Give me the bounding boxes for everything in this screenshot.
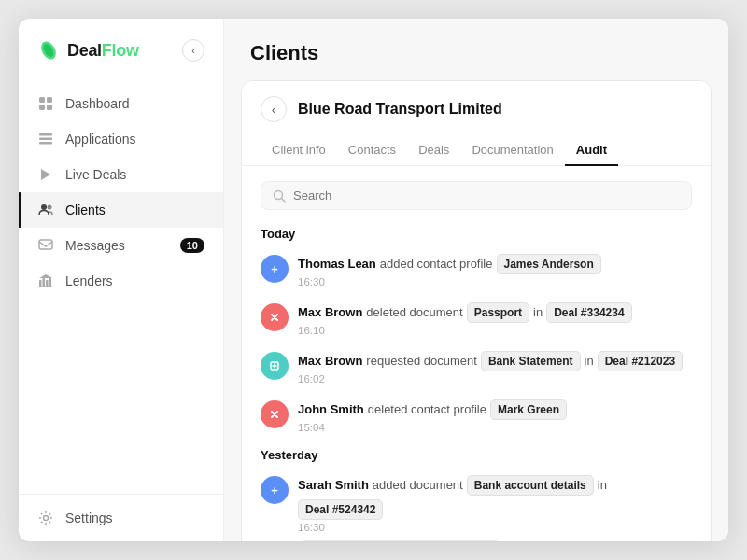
audit-item-body: John Smith deleted contact profile Mark … (298, 399, 692, 433)
lenders-icon (37, 273, 54, 289)
avatar (261, 303, 289, 331)
audit-tag: Bank Statement (481, 351, 581, 371)
svg-rect-12 (39, 240, 52, 249)
sidebar-item-applications[interactable]: Applications (19, 121, 223, 157)
settings-label: Settings (65, 511, 113, 525)
dashboard-icon (37, 95, 54, 112)
svg-rect-13 (39, 280, 42, 287)
audit-in: in (598, 476, 607, 495)
svg-rect-8 (39, 142, 52, 145)
audit-item-body: Max Brown requested document Bank Statem… (298, 351, 692, 385)
sidebar-collapse-button[interactable]: ‹ (182, 39, 204, 62)
sidebar-item-messages-label: Messages (65, 238, 125, 253)
audit-action: requested document (366, 352, 477, 371)
page-title: Clients (250, 41, 702, 65)
search-icon (273, 189, 286, 203)
audit-text: Max Brown requested document Bank Statem… (298, 351, 692, 371)
sidebar-item-clients-label: Clients (65, 203, 106, 217)
svg-rect-17 (39, 287, 52, 287)
app-window: DealFlow ‹ Dashboard Applications (19, 19, 728, 541)
svg-rect-16 (49, 277, 52, 287)
sidebar-item-applications-label: Applications (65, 132, 136, 147)
audit-time: 16:30 (298, 522, 692, 533)
sidebar-item-live-deals[interactable]: Live Deals (19, 157, 223, 192)
audit-user: John Smith (298, 400, 364, 419)
audit-item-body: Max Brown deleted document Passport in D… (298, 302, 692, 336)
audit-tag: Passport (467, 302, 529, 323)
main-content: Clients ‹ Blue Road Transport Limited Cl… (224, 19, 728, 541)
svg-rect-7 (39, 138, 52, 141)
sidebar-item-lenders[interactable]: Lenders (19, 263, 223, 299)
svg-rect-15 (46, 280, 49, 287)
tab-audit[interactable]: Audit (565, 135, 618, 166)
audit-user: Max Brown (298, 303, 362, 322)
sidebar: DealFlow ‹ Dashboard Applications (19, 19, 224, 541)
audit-time: 16:30 (298, 276, 692, 287)
audit-in: in (585, 352, 594, 371)
svg-rect-3 (47, 97, 52, 103)
audit-action: added document (373, 476, 463, 495)
sidebar-item-live-deals-label: Live Deals (65, 167, 126, 182)
back-button[interactable]: ‹ (261, 96, 287, 122)
svg-rect-6 (39, 133, 52, 136)
svg-point-19 (44, 516, 49, 521)
sidebar-bottom: Settings (19, 494, 223, 541)
client-name: Blue Road Transport Limited (298, 101, 502, 118)
section-today-label: Today (261, 227, 692, 241)
audit-tag: Mark Green (490, 399, 567, 420)
audit-text: John Smith deleted contact profile Mark … (298, 399, 692, 420)
audit-text: Max Brown deleted document Passport in D… (298, 302, 692, 323)
messages-badge: 10 (180, 238, 204, 253)
audit-text: Sarah Smith added document Bank account … (298, 475, 692, 520)
audit-item: John Smith deleted contact profile Mark … (261, 399, 692, 433)
avatar (261, 400, 289, 428)
svg-rect-2 (39, 97, 45, 103)
live-deals-icon (37, 166, 54, 183)
audit-deal-tag: Deal #524342 (298, 499, 383, 520)
settings-item[interactable]: Settings (37, 510, 204, 526)
avatar: + (261, 255, 289, 283)
clients-icon (37, 202, 54, 218)
search-bar[interactable] (261, 181, 692, 210)
audit-action: deleted document (366, 303, 462, 322)
audit-action: deleted contact profile (368, 400, 486, 419)
svg-rect-4 (39, 105, 45, 110)
sidebar-item-dashboard[interactable]: Dashboard (19, 86, 223, 121)
audit-text: Thomas Lean added contact profile James … (298, 254, 692, 274)
sidebar-nav: Dashboard Applications Live Deals (19, 78, 223, 494)
logo-text: DealFlow (67, 41, 139, 61)
tab-deals[interactable]: Deals (407, 135, 460, 166)
audit-user: Thomas Lean (298, 255, 376, 273)
file-preview: PDF Bank account details (298, 540, 502, 541)
sidebar-item-messages[interactable]: Messages 10 (19, 228, 223, 263)
audit-item-body: Thomas Lean added contact profile James … (298, 254, 692, 287)
tab-client-info[interactable]: Client info (261, 135, 337, 166)
audit-user: Max Brown (298, 352, 362, 371)
tab-documentation[interactable]: Documentation (460, 135, 564, 166)
svg-marker-9 (41, 169, 50, 180)
audit-deal-tag: Deal #212023 (598, 351, 683, 371)
active-indicator (19, 192, 21, 228)
audit-user: Sarah Smith (298, 476, 369, 495)
section-yesterday-label: Yesterday (261, 448, 692, 462)
audit-in: in (533, 303, 543, 322)
audit-item: + Sarah Smith added document Bank accoun… (261, 475, 692, 541)
svg-marker-18 (39, 274, 52, 278)
audit-time: 16:10 (298, 325, 692, 336)
audit-time: 15:04 (298, 422, 692, 433)
svg-rect-5 (47, 105, 52, 110)
audit-tag: Bank account details (467, 475, 594, 496)
search-input[interactable] (293, 189, 680, 203)
sidebar-item-lenders-label: Lenders (65, 273, 113, 288)
audit-tab-content: Today + Thomas Lean added contact profil… (242, 166, 711, 541)
sidebar-item-clients[interactable]: Clients (19, 192, 223, 228)
tab-contacts[interactable]: Contacts (337, 135, 407, 166)
content-area: ‹ Blue Road Transport Limited Client inf… (224, 80, 728, 541)
svg-point-10 (41, 204, 47, 210)
client-card-header: ‹ Blue Road Transport Limited (242, 81, 711, 122)
audit-item: Max Brown deleted document Passport in D… (261, 302, 692, 336)
audit-item: Max Brown requested document Bank Statem… (261, 351, 692, 385)
page-header: Clients (224, 19, 728, 80)
audit-item-body: Sarah Smith added document Bank account … (298, 475, 692, 541)
audit-deal-tag: Deal #334234 (546, 302, 631, 323)
